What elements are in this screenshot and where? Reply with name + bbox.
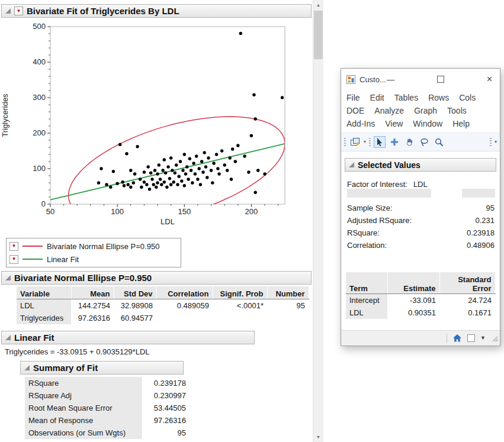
menu-item-graph[interactable]: Graph: [414, 104, 437, 117]
disclosure-icon[interactable]: [5, 335, 11, 340]
menu-item-doe[interactable]: DOE: [346, 104, 364, 117]
table-row[interactable]: RSquare Adj 0.230997: [25, 389, 190, 402]
data-point[interactable]: [191, 181, 194, 184]
data-point[interactable]: [212, 162, 215, 164]
data-point[interactable]: [109, 186, 112, 189]
chevron-down-icon[interactable]: ▾: [364, 140, 366, 144]
data-point[interactable]: [254, 191, 257, 194]
hand-tool-icon[interactable]: [403, 136, 415, 148]
menu-item-tools[interactable]: Tools: [447, 104, 467, 117]
data-point[interactable]: [178, 175, 181, 178]
data-point[interactable]: [139, 178, 142, 180]
data-point[interactable]: [252, 93, 255, 96]
resize-grip[interactable]: [491, 335, 498, 342]
data-point[interactable]: [165, 186, 168, 189]
data-point[interactable]: [140, 186, 143, 189]
table-row[interactable]: RSquare 0.239178: [25, 377, 190, 389]
data-point[interactable]: [176, 183, 179, 186]
data-point[interactable]: [185, 165, 188, 168]
chevron-down-icon[interactable]: ▾: [495, 140, 497, 144]
data-point[interactable]: [112, 170, 115, 173]
data-point[interactable]: [172, 180, 175, 183]
data-point[interactable]: [179, 160, 182, 163]
value-box[interactable]: [347, 189, 431, 198]
data-point[interactable]: [160, 183, 163, 186]
data-point[interactable]: [129, 169, 132, 172]
data-point[interactable]: [148, 188, 151, 191]
data-point[interactable]: [121, 180, 124, 183]
data-point[interactable]: [153, 169, 156, 172]
data-point[interactable]: [164, 172, 167, 175]
data-point[interactable]: [198, 167, 201, 170]
data-point[interactable]: [161, 169, 164, 172]
selected-values-header[interactable]: Selected Values: [345, 158, 496, 172]
data-point[interactable]: [281, 96, 284, 99]
table-row[interactable]: Triglycerides 97.26316 60.94577: [17, 312, 309, 324]
data-point[interactable]: [217, 172, 220, 175]
crosshair-tool-icon[interactable]: [389, 136, 400, 148]
data-point[interactable]: [166, 165, 169, 168]
scroll-down-button[interactable]: ▼: [313, 432, 323, 442]
data-point[interactable]: [183, 153, 186, 156]
data-point[interactable]: [196, 178, 199, 180]
menu-item-help[interactable]: Help: [452, 117, 470, 130]
table-row[interactable]: Mean of Response 97.26316: [25, 414, 190, 427]
data-point[interactable]: [158, 163, 160, 166]
checkbox[interactable]: [467, 334, 475, 342]
menu-item-edit[interactable]: Edit: [370, 91, 384, 104]
data-point[interactable]: [143, 180, 146, 183]
scrollbar-thumb[interactable]: [314, 11, 323, 59]
data-point[interactable]: [207, 156, 210, 159]
data-point[interactable]: [97, 181, 100, 184]
data-point[interactable]: [156, 181, 159, 184]
data-point[interactable]: [234, 160, 237, 163]
disclosure-icon[interactable]: [5, 275, 11, 280]
table-row[interactable]: Intercept -33.091 24.724: [346, 293, 495, 307]
disclosure-icon[interactable]: [24, 365, 30, 370]
data-point[interactable]: [123, 184, 126, 187]
red-triangle-menu-button[interactable]: ▼: [9, 255, 18, 264]
data-point[interactable]: [163, 180, 166, 183]
data-point[interactable]: [163, 158, 166, 161]
new-journal-icon[interactable]: [349, 136, 361, 148]
data-point[interactable]: [200, 160, 203, 163]
menu-item-tables[interactable]: Tables: [394, 91, 418, 104]
lasso-tool-icon[interactable]: [418, 136, 430, 148]
data-point[interactable]: [133, 172, 136, 175]
red-triangle-menu-button[interactable]: ▼: [9, 242, 18, 251]
zoom-tool-icon[interactable]: [433, 136, 445, 148]
data-point[interactable]: [230, 178, 233, 180]
menu-item-file[interactable]: File: [346, 91, 360, 104]
menu-item-window[interactable]: Window: [413, 117, 442, 130]
data-point[interactable]: [229, 156, 232, 159]
data-point[interactable]: [174, 172, 176, 175]
data-point[interactable]: [256, 169, 259, 172]
data-point[interactable]: [159, 178, 162, 180]
menu-item-analyze[interactable]: Analyze: [374, 104, 404, 117]
data-point[interactable]: [210, 169, 213, 172]
table-row[interactable]: Observations (or Sum Wgts) 95: [25, 427, 190, 439]
data-point[interactable]: [263, 172, 266, 175]
data-point[interactable]: [239, 32, 242, 35]
data-point[interactable]: [125, 152, 128, 155]
data-point[interactable]: [127, 183, 130, 186]
data-point[interactable]: [184, 172, 187, 175]
data-point[interactable]: [206, 176, 208, 179]
disclosure-icon[interactable]: [349, 162, 354, 167]
data-point[interactable]: [215, 153, 218, 156]
data-point[interactable]: [132, 181, 135, 184]
data-point[interactable]: [143, 170, 146, 173]
data-point[interactable]: [175, 163, 178, 166]
linear-fit-header[interactable]: Linear Fit: [1, 331, 255, 344]
data-point[interactable]: [99, 167, 102, 170]
data-point[interactable]: [190, 169, 192, 172]
menu-item-add-ins[interactable]: Add-Ins: [346, 117, 375, 130]
data-point[interactable]: [171, 169, 174, 172]
data-point[interactable]: [203, 151, 206, 154]
data-point[interactable]: [236, 144, 239, 147]
summary-of-fit-header[interactable]: Summary of Fit: [20, 361, 184, 375]
data-point[interactable]: [180, 179, 183, 182]
data-point[interactable]: [195, 154, 198, 157]
data-point[interactable]: [169, 183, 172, 186]
menu-item-rows[interactable]: Rows: [428, 91, 449, 104]
